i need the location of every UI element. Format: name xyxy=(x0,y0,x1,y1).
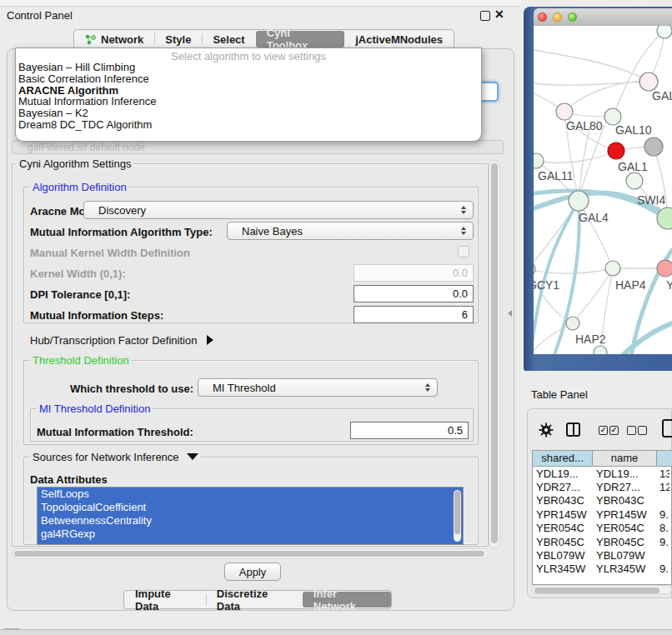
aracne-mode-combo[interactable]: Discovery xyxy=(83,201,474,219)
table-cell: YDR27... xyxy=(533,481,593,493)
attribute-list-item[interactable]: BetweennessCentrality xyxy=(38,514,463,528)
zoom-traffic-light-icon[interactable] xyxy=(568,12,577,22)
table-row[interactable]: YBR045CYBR045C9. xyxy=(533,535,672,548)
network-node-label: Y xyxy=(666,278,672,292)
tab-jactivemnodules[interactable]: jActiveMNodules xyxy=(344,30,454,48)
attribute-list-item[interactable]: gal4RGexp xyxy=(38,528,463,541)
attribute-list-item[interactable]: SelfLoops xyxy=(38,488,463,501)
table-row[interactable]: YDR27...YDR27...12 xyxy=(533,480,672,493)
table-cell: YDL19... xyxy=(593,468,657,480)
split-columns-icon[interactable] xyxy=(566,422,580,437)
network-node[interactable] xyxy=(604,108,621,125)
hub-definition-toggle[interactable]: Hub/Transcription Factor Definition xyxy=(30,334,213,347)
close-traffic-light-icon[interactable] xyxy=(538,12,547,22)
cyni-bottom-tabbar: Impute Data Discretize Data Infer Networ… xyxy=(123,590,392,609)
kernel-width-input[interactable]: 0.0 xyxy=(354,264,474,282)
kernel-width-label: Kernel Width (0,1): xyxy=(30,268,126,280)
table-row[interactable]: YDL19...YDL19...13 xyxy=(533,467,672,480)
network-node[interactable] xyxy=(534,262,535,276)
table-cell: YPR145W xyxy=(593,508,657,521)
mi-threshold-label: Mutual Information Threshold: xyxy=(37,426,193,438)
apply-button[interactable]: Apply xyxy=(224,562,281,581)
aracne-mode-value: Discovery xyxy=(84,204,457,217)
collapsed-arrow-icon xyxy=(207,335,213,345)
network-node[interactable] xyxy=(534,153,544,168)
table-row[interactable]: YBR043CYBR043C xyxy=(533,494,672,508)
tab-impute-data[interactable]: Impute Data xyxy=(124,591,206,608)
network-node-label: HAP2 xyxy=(575,332,606,346)
network-node[interactable] xyxy=(644,138,663,156)
mi-threshold-input[interactable]: 0.5 xyxy=(350,422,469,439)
tab-style[interactable]: Style xyxy=(154,30,202,48)
list-scrollbar[interactable] xyxy=(454,490,461,542)
network-node-label: SWI4 xyxy=(637,193,665,207)
tab-discretize-data[interactable]: Discretize Data xyxy=(206,591,303,608)
column-header-clipped[interactable] xyxy=(657,451,672,467)
network-node-label: GCY1 xyxy=(534,278,559,292)
algorithm-option[interactable]: Bayesian – K2 xyxy=(16,108,481,119)
algorithm-option[interactable]: ARACNE Algorithm xyxy=(16,85,481,97)
mi-steps-input[interactable]: 6 xyxy=(354,306,474,323)
table-panel-title: Table Panel xyxy=(531,388,588,401)
network-node[interactable] xyxy=(608,142,624,159)
splitter-collapse-icon[interactable] xyxy=(508,310,512,317)
algorithm-option[interactable]: Basic Correlation Inference xyxy=(16,73,481,85)
dpi-tolerance-input[interactable]: 0.0 xyxy=(354,285,474,302)
deselect-all-checks-icon[interactable] xyxy=(627,426,636,435)
manual-kernel-label: Manual Kernel Width Definition xyxy=(30,247,190,259)
manual-kernel-checkbox[interactable] xyxy=(458,246,469,258)
float-panel-icon[interactable] xyxy=(480,11,490,21)
tab-network[interactable]: Network xyxy=(74,30,154,48)
control-panel-tabbar: Network Style Select Cyni Toolbox jActiv… xyxy=(73,29,454,49)
table-hscrollbar[interactable] xyxy=(532,585,672,594)
tab-select[interactable]: Select xyxy=(202,30,255,48)
table-row[interactable]: YBL079WYBL079W xyxy=(533,548,672,562)
tab-label: jActiveMNodules xyxy=(355,33,443,46)
close-icon[interactable]: ✕ xyxy=(494,8,504,21)
network-node[interactable] xyxy=(657,260,672,277)
select-all-checks-icon[interactable]: ✓ xyxy=(599,426,608,435)
network-canvas[interactable]: GALGAL80GAL10GAL1GAL11SWI4GAL4GCY1HAP4YH… xyxy=(534,26,672,354)
table-row[interactable]: YPR145WYPR145W9. xyxy=(533,508,672,521)
which-threshold-combo[interactable]: MI Threshold xyxy=(198,378,438,397)
network-node-label: HAP4 xyxy=(615,278,646,292)
attribute-list-item[interactable]: TopologicalCoefficient xyxy=(38,501,463,514)
table-cell: 9. xyxy=(657,562,669,574)
table-cell: YDR27... xyxy=(593,481,657,493)
select-all-checks-icon[interactable]: ✓ xyxy=(609,426,619,435)
algorithm-option[interactable]: Dream8 DC_TDC Algorithm xyxy=(16,119,481,131)
network-node[interactable] xyxy=(657,26,672,38)
network-node[interactable] xyxy=(556,103,573,120)
network-node[interactable] xyxy=(605,261,620,276)
threshold-definition-title: Threshold Definition xyxy=(30,354,132,367)
algorithm-option[interactable]: Mutual Information Inference xyxy=(16,96,481,108)
network-node-label: GAL1 xyxy=(618,160,648,173)
column-header-shared-name[interactable]: shared... xyxy=(533,451,593,467)
mi-steps-label: Mutual Information Steps: xyxy=(30,309,163,322)
table-cell: YBR043C xyxy=(533,494,593,507)
column-header-name[interactable]: name xyxy=(593,451,657,467)
network-node[interactable] xyxy=(594,346,607,354)
document-icon[interactable] xyxy=(662,419,672,438)
mi-type-combo[interactable]: Naive Bayes xyxy=(227,222,474,240)
network-node[interactable] xyxy=(639,72,658,91)
network-node[interactable] xyxy=(566,317,579,330)
network-window-titlebar[interactable] xyxy=(534,8,672,27)
minimize-traffic-light-icon[interactable] xyxy=(553,12,562,22)
settings-vscrollbar[interactable] xyxy=(489,160,500,548)
network-node-label: GAL80 xyxy=(566,119,603,132)
table-row[interactable]: YLR345WYLR345W9. xyxy=(533,562,672,574)
network-node[interactable] xyxy=(626,172,643,189)
table-row[interactable]: YER054CYER054C8. xyxy=(533,522,672,535)
network-node[interactable] xyxy=(569,191,589,211)
table-cell: 9. xyxy=(657,508,669,521)
algorithm-option[interactable]: Bayesian – Hill Climbing xyxy=(16,62,481,73)
settings-hscrollbar[interactable] xyxy=(12,548,489,559)
gear-icon[interactable] xyxy=(539,422,554,441)
tab-cyni-toolbox[interactable]: Cyni Toolbox xyxy=(256,31,345,48)
sources-group-title[interactable]: Sources for Network Inference xyxy=(30,451,201,463)
tab-label: Network xyxy=(101,33,143,46)
tab-infer-network[interactable]: Infer Network xyxy=(303,592,391,608)
data-attributes-list[interactable]: SelfLoopsTopologicalCoefficientBetweenne… xyxy=(37,487,464,545)
deselect-all-checks-icon[interactable] xyxy=(638,426,647,435)
